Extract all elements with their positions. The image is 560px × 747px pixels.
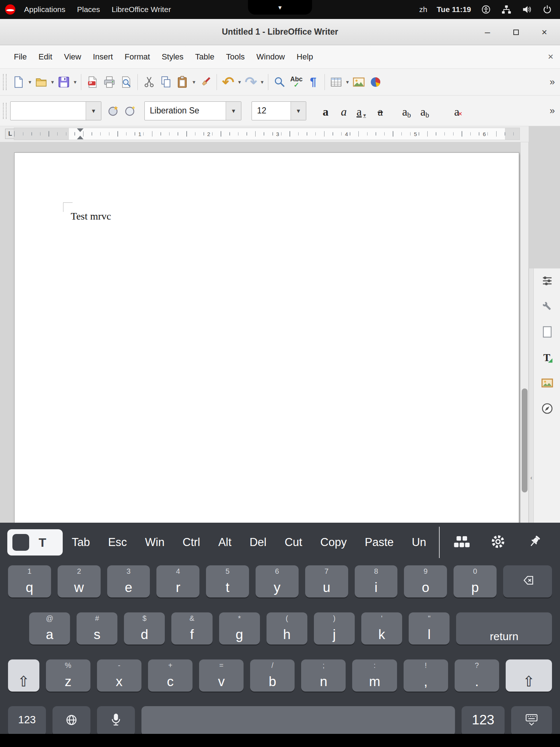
accessibility-icon[interactable]	[481, 4, 491, 15]
redo-button[interactable]: ↷	[242, 73, 259, 91]
toolbar-overflow-button[interactable]: »	[550, 105, 555, 116]
toolbar-grip[interactable]	[3, 103, 7, 119]
insert-table-dropdown[interactable]: ▾	[345, 79, 350, 85]
chevron-down-icon[interactable]: ▾	[86, 102, 101, 120]
distro-logo-icon[interactable]	[5, 4, 15, 15]
action-key[interactable]: Esc	[106, 536, 128, 549]
letter-key[interactable]: / b	[250, 659, 295, 692]
menu-item[interactable]: Window	[250, 45, 291, 69]
backspace-key[interactable]	[503, 565, 552, 597]
underline-button[interactable]: a▾	[353, 101, 371, 121]
window-title-bar[interactable]: Untitled 1 - LibreOffice Writer – ×	[0, 19, 560, 45]
chevron-down-icon[interactable]: ▾	[226, 102, 241, 120]
save-dropdown[interactable]: ▾	[72, 79, 78, 85]
sidebar-gallery-button[interactable]	[538, 374, 556, 392]
bold-button[interactable]: a	[316, 101, 335, 121]
insert-image-button[interactable]	[350, 73, 367, 91]
action-key[interactable]: Alt	[217, 536, 233, 549]
shift-key-left[interactable]: ⇧	[8, 659, 39, 692]
close-button[interactable]: ×	[538, 26, 551, 38]
cut-icon[interactable]	[141, 73, 158, 91]
letter-key[interactable]: 6 y	[256, 565, 299, 597]
chevron-down-icon[interactable]: ▾	[291, 102, 306, 120]
pin-icon[interactable]	[526, 534, 542, 551]
letter-key[interactable]: 8 i	[355, 565, 398, 597]
clone-formatting-button[interactable]	[197, 73, 214, 91]
action-key[interactable]: Tab	[70, 536, 92, 549]
letter-key[interactable]: % z	[46, 659, 90, 692]
toolbar-overflow-button[interactable]: »	[550, 76, 555, 88]
document-text[interactable]: Test mrvc	[71, 210, 111, 222]
strikethrough-button[interactable]: a	[371, 101, 389, 121]
action-key[interactable]: Win	[144, 536, 166, 549]
subscript-button[interactable]: ab	[416, 101, 434, 121]
letter-key[interactable]: 0 p	[454, 565, 497, 597]
indent-marker[interactable]	[77, 128, 83, 139]
paste-dropdown[interactable]: ▾	[191, 79, 197, 85]
insert-chart-button[interactable]	[367, 73, 384, 91]
menu-item[interactable]: Table	[189, 45, 220, 69]
system-menu-item[interactable]: Applications	[18, 0, 71, 19]
minimize-button[interactable]: –	[481, 26, 494, 38]
font-size-combo[interactable]: 12 ▾	[252, 101, 306, 120]
layout-grid-icon[interactable]	[454, 534, 470, 551]
letter-key[interactable]: + c	[148, 659, 192, 692]
letter-key[interactable]: 9 o	[404, 565, 447, 597]
vertical-scrollbar[interactable]	[520, 142, 528, 523]
new-style-button[interactable]	[122, 102, 139, 120]
system-menu-item[interactable]: Places	[71, 0, 106, 19]
letter-key[interactable]: ? .	[455, 659, 499, 692]
letter-key[interactable]: 3 e	[107, 565, 150, 597]
copy-button[interactable]	[158, 73, 174, 91]
system-clock[interactable]: Tue 11:19	[437, 5, 471, 14]
top-notch-handle[interactable]: ▼	[248, 0, 312, 15]
volume-icon[interactable]	[521, 4, 532, 15]
letter-key[interactable]: @ a	[29, 612, 70, 645]
sidebar-navigator-button[interactable]	[538, 400, 556, 417]
letter-key[interactable]: : m	[352, 659, 397, 692]
keyboard-toggle[interactable]: T	[7, 529, 63, 556]
power-icon[interactable]	[542, 4, 553, 15]
clear-formatting-button[interactable]: a×	[449, 101, 467, 121]
system-menu-item[interactable]: LibreOffice Writer	[106, 0, 177, 19]
letter-key[interactable]: & f	[171, 612, 212, 645]
superscript-button[interactable]: ab	[397, 101, 416, 121]
italic-button[interactable]: a	[335, 101, 353, 121]
network-tree-icon[interactable]	[501, 4, 512, 15]
undo-dropdown[interactable]: ▾	[237, 79, 242, 85]
toolbar-grip[interactable]	[3, 74, 7, 90]
return-key[interactable]: return	[456, 612, 552, 645]
font-name-combo[interactable]: Liberation Se ▾	[144, 101, 241, 120]
letter-key[interactable]: ! ,	[404, 659, 448, 692]
open-file-dropdown[interactable]: ▾	[50, 79, 55, 85]
sidebar-settings-button[interactable]	[538, 272, 556, 290]
horizontal-ruler[interactable]: 1 2 3 4 5 6	[14, 128, 520, 140]
menu-item[interactable]: Styles	[156, 45, 189, 69]
menu-item[interactable]: Format	[119, 45, 156, 69]
undo-button[interactable]: ↶	[220, 73, 237, 91]
letter-key[interactable]: 7 u	[305, 565, 348, 597]
save-button[interactable]	[55, 73, 72, 91]
input-method-indicator[interactable]: zh	[419, 5, 427, 14]
letter-key[interactable]: 1 q	[8, 565, 51, 597]
redo-dropdown[interactable]: ▾	[259, 79, 265, 85]
letter-key[interactable]: * g	[219, 612, 260, 645]
letter-key[interactable]: # s	[77, 612, 117, 645]
action-key[interactable]: Del	[248, 536, 268, 549]
underline-dropdown[interactable]: ▾	[362, 112, 368, 119]
action-key[interactable]: Paste	[363, 536, 395, 549]
action-key[interactable]: Un	[410, 536, 428, 549]
letter-key[interactable]: ( h	[267, 612, 307, 645]
update-style-button[interactable]	[105, 102, 122, 120]
new-document-dropdown[interactable]: ▾	[27, 79, 33, 85]
hide-keyboard-key[interactable]	[511, 706, 552, 734]
mic-key[interactable]	[97, 706, 135, 734]
gear-icon[interactable]	[490, 534, 506, 551]
menu-item[interactable]: Help	[291, 45, 319, 69]
action-key[interactable]: Ctrl	[181, 536, 202, 549]
print-preview-button[interactable]	[118, 73, 135, 91]
new-document-button[interactable]	[10, 73, 27, 91]
letter-key[interactable]: 5 t	[206, 565, 249, 597]
paragraph-style-combo[interactable]: ▾	[10, 101, 101, 120]
numbers-key-left[interactable]: 123	[8, 706, 46, 734]
